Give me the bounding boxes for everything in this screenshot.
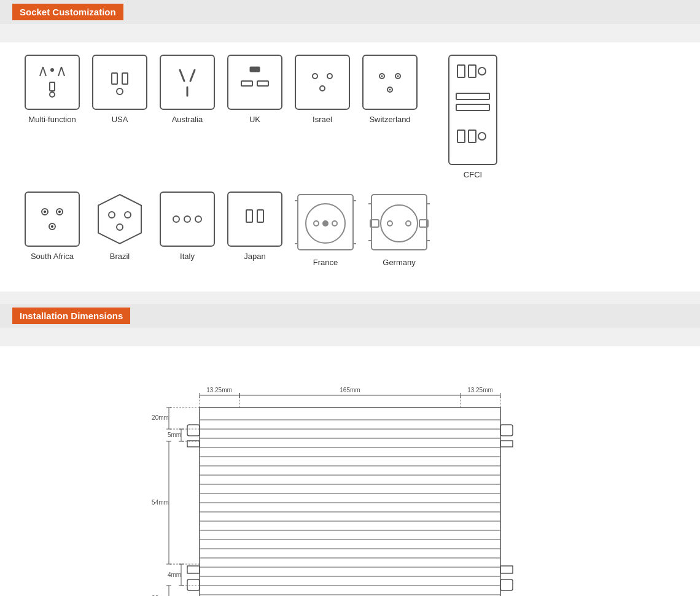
svg-point-9 — [117, 88, 123, 95]
socket-row-1: Multi-function USA — [18, 55, 682, 179]
svg-point-18 — [320, 86, 325, 91]
socket-label-usa: USA — [112, 115, 128, 124]
svg-rect-68 — [187, 425, 200, 436]
svg-rect-47 — [257, 210, 263, 222]
dim-left-mid: 54mm — [152, 499, 169, 506]
svg-rect-67 — [200, 408, 500, 596]
socket-box-italy — [160, 192, 215, 247]
socket-item-south-africa: South Africa — [25, 192, 80, 261]
svg-point-43 — [173, 216, 179, 222]
svg-point-23 — [381, 75, 383, 77]
socket-label-south-africa: South Africa — [31, 252, 74, 261]
socket-section: Multi-function USA — [0, 42, 700, 292]
install-section-bar: Installation Dimensions — [0, 304, 700, 328]
svg-point-6 — [50, 92, 55, 97]
socket-item-israel: Israel — [295, 55, 350, 124]
svg-line-3 — [61, 67, 64, 76]
dim-top-center: 165mm — [340, 387, 360, 393]
svg-rect-75 — [500, 566, 513, 573]
socket-item-cfci: CFCI — [448, 55, 497, 179]
socket-box-usa — [92, 55, 147, 110]
install-section-title: Installation Dimensions — [12, 308, 130, 324]
socket-item-multi-function: Multi-function — [25, 55, 80, 124]
socket-section-bar: Socket Customization — [0, 0, 700, 24]
france-icon — [295, 192, 356, 253]
svg-rect-5 — [50, 82, 55, 91]
svg-rect-73 — [500, 441, 513, 447]
socket-box-israel — [295, 55, 350, 110]
svg-point-65 — [387, 221, 392, 226]
svg-point-27 — [478, 68, 486, 75]
svg-point-22 — [389, 89, 391, 91]
svg-line-1 — [43, 67, 46, 76]
socket-item-usa: USA — [92, 55, 147, 124]
dim-left-bot2: 4mm — [168, 571, 181, 578]
socket-row-2: South Africa Brazil — [18, 192, 682, 267]
socket-box-switzerland — [362, 55, 418, 110]
socket-label-cfci: CFCI — [464, 170, 482, 179]
svg-rect-25 — [457, 65, 465, 77]
socket-label-switzerland: Switzerland — [369, 115, 410, 124]
israel-icon — [298, 58, 347, 107]
svg-rect-14 — [241, 81, 252, 86]
svg-line-0 — [40, 67, 43, 76]
svg-rect-74 — [500, 579, 513, 590]
svg-rect-46 — [246, 210, 252, 222]
japan-icon — [230, 195, 279, 244]
svg-rect-72 — [500, 425, 513, 436]
svg-point-17 — [327, 74, 332, 79]
svg-rect-30 — [457, 130, 465, 142]
socket-section-title: Socket Customization — [12, 4, 123, 20]
svg-marker-39 — [98, 195, 141, 244]
socket-box-germany — [368, 192, 430, 253]
svg-point-54 — [322, 220, 329, 226]
svg-rect-13 — [250, 67, 260, 72]
page: Socket Customization — [0, 0, 700, 596]
brazil-icon — [92, 192, 147, 247]
svg-rect-7 — [112, 73, 117, 84]
svg-point-36 — [58, 211, 61, 213]
dim-top-left: 13.25mm — [206, 387, 232, 393]
svg-point-55 — [314, 221, 319, 226]
socket-label-italy: Italy — [180, 252, 195, 261]
socket-item-brazil: Brazil — [92, 192, 147, 261]
socket-item-france: France — [295, 192, 356, 267]
south-africa-icon — [28, 195, 77, 244]
socket-box-south-africa — [25, 192, 80, 247]
socket-label-multi-function: Multi-function — [28, 115, 76, 124]
install-section: 13.25mm 165mm 13.25mm — [0, 346, 700, 596]
socket-label-germany: Germany — [383, 258, 415, 267]
svg-point-34 — [44, 211, 46, 213]
socket-item-germany: Germany — [368, 192, 430, 267]
socket-label-france: France — [313, 258, 338, 267]
socket-item-switzerland: Switzerland — [362, 55, 418, 124]
socket-label-japan: Japan — [244, 252, 265, 261]
socket-label-uk: UK — [249, 115, 260, 124]
socket-box-australia — [160, 55, 215, 110]
svg-rect-70 — [187, 579, 200, 590]
svg-point-66 — [406, 221, 411, 226]
svg-rect-29 — [456, 104, 489, 110]
cfci-icon — [451, 58, 494, 162]
socket-label-australia: Australia — [172, 115, 203, 124]
installation-diagram: 13.25mm 165mm 13.25mm — [120, 371, 580, 596]
dim-left-top: 20mm — [152, 414, 169, 421]
svg-point-41 — [125, 212, 131, 218]
socket-item-japan: Japan — [227, 192, 282, 261]
svg-point-42 — [117, 224, 123, 230]
socket-item-italy: Italy — [160, 192, 215, 261]
svg-point-56 — [332, 221, 337, 226]
svg-point-44 — [184, 216, 190, 222]
dim-top-right: 13.25mm — [467, 387, 493, 393]
socket-item-australia: Australia — [160, 55, 215, 124]
dim-left-top2: 5mm — [168, 432, 181, 438]
svg-line-2 — [58, 67, 61, 76]
socket-box-multi-function — [25, 55, 80, 110]
svg-line-10 — [180, 70, 184, 81]
svg-point-16 — [313, 74, 317, 79]
australia-icon — [163, 58, 212, 107]
uk-icon — [230, 58, 279, 107]
socket-box-japan — [227, 192, 282, 247]
svg-point-45 — [195, 216, 201, 222]
svg-point-24 — [397, 75, 399, 77]
